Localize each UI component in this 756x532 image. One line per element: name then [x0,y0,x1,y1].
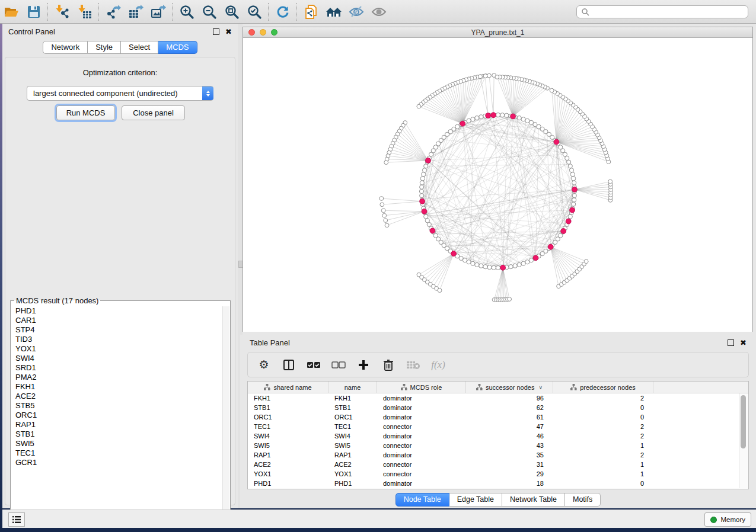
network-node[interactable] [479,264,483,268]
mcds-hub-node[interactable] [500,265,506,270]
network-leaf-node[interactable] [608,180,613,184]
network-node[interactable] [422,168,426,172]
column-header-shared-name[interactable]: shared name [248,382,328,393]
mcds-result-list[interactable]: PHD1CAR1STP4TID3YOX1SWI4SRD1PMA2FKH1ACE2… [11,306,223,517]
run-mcds-button[interactable]: Run MCDS [56,105,115,120]
close-window-icon[interactable] [248,29,255,36]
network-node[interactable] [467,260,471,264]
tab-network-table[interactable]: Network Table [502,493,565,507]
mcds-result-item[interactable]: FKH1 [11,382,223,392]
mcds-result-item[interactable]: RAP1 [11,420,223,430]
network-node[interactable] [462,258,467,262]
mcds-hub-node[interactable] [566,219,571,224]
network-leaf-node[interactable] [508,297,512,302]
network-node[interactable] [569,168,573,172]
network-leaf-node[interactable] [381,209,385,213]
network-leaf-node[interactable] [382,213,387,217]
network-node[interactable] [572,181,576,185]
delete-row-icon[interactable] [381,357,396,373]
mcds-result-item[interactable]: ORC1 [11,411,223,420]
network-leaf-node[interactable] [380,203,384,207]
network-node[interactable] [517,262,521,267]
network-node[interactable] [420,181,424,185]
network-node[interactable] [419,189,423,193]
export-table-icon[interactable] [125,3,147,21]
tab-edge-table[interactable]: Edge Table [449,493,502,507]
mcds-hub-node[interactable] [491,113,496,118]
close-panel-button[interactable]: Close panel [122,105,185,120]
network-node[interactable] [572,202,576,206]
mcds-hub-node[interactable] [533,255,538,261]
network-leaf-node[interactable] [487,73,492,78]
network-leaf-node[interactable] [385,223,389,227]
search-input[interactable] [576,5,748,18]
mcds-result-item[interactable]: SRD1 [11,363,223,373]
table-scrollbar-thumb[interactable] [741,395,746,448]
mcds-result-item[interactable]: PHD1 [11,306,223,316]
mcds-hub-node[interactable] [548,244,553,249]
column-header-successor-nodes[interactable]: successor nodes∨ [466,382,553,393]
mcds-result-item[interactable]: SWI4 [11,354,223,363]
network-node[interactable] [567,160,571,164]
network-node[interactable] [483,265,487,269]
network-node[interactable] [422,172,426,177]
mcds-hub-node[interactable] [420,198,425,204]
mcds-result-item[interactable]: STB5 [11,401,223,411]
export-image-icon[interactable] [147,3,170,21]
network-node[interactable] [517,116,521,120]
mcds-result-item[interactable]: ACE2 [11,392,223,401]
float-table-panel-icon[interactable] [728,339,734,346]
mcds-result-item[interactable]: SWI5 [11,439,223,448]
mcds-result-item[interactable]: TEC1 [11,448,223,458]
mcds-hub-node[interactable] [460,121,465,126]
network-node[interactable] [505,113,509,117]
zoom-out-icon[interactable] [198,3,221,21]
network-graph[interactable] [243,38,752,332]
zoom-fit-icon[interactable] [221,3,243,21]
column-header-MCDS-role[interactable]: MCDS role [377,382,466,393]
mcds-result-item[interactable]: YOX1 [11,344,223,354]
mcds-hub-node[interactable] [554,139,559,145]
network-node[interactable] [521,117,525,121]
maximize-window-icon[interactable] [271,29,277,36]
optimization-criterion-select[interactable]: largest connected component (undirected) [27,86,213,101]
mcds-hub-node[interactable] [572,187,578,192]
add-row-icon[interactable] [356,357,371,373]
mcds-hub-node[interactable] [570,207,575,213]
network-node[interactable] [420,194,424,198]
mcds-result-item[interactable]: PMA2 [11,373,223,382]
network-node[interactable] [572,194,576,198]
mcds-result-item[interactable]: STP4 [11,325,223,335]
mcds-hub-node[interactable] [486,113,491,118]
hide-selected-icon[interactable] [345,3,368,21]
network-node[interactable] [521,261,525,265]
network-node[interactable] [479,115,483,119]
network-node[interactable] [475,116,479,120]
network-node[interactable] [525,260,529,264]
task-history-button[interactable] [8,512,25,527]
network-leaf-node[interactable] [417,104,421,108]
network-node[interactable] [420,177,425,181]
table-row[interactable]: STB1STB1dominator620 [248,403,748,412]
network-node[interactable] [496,265,500,270]
mcds-hub-node[interactable] [426,158,431,164]
network-node[interactable] [525,118,529,123]
import-table-icon[interactable] [74,3,96,21]
mcds-list-scrollbar[interactable] [222,306,229,517]
tab-mcds[interactable]: MCDS [158,41,197,54]
export-network-icon[interactable] [102,3,125,21]
network-node[interactable] [513,264,517,268]
mcds-hub-node[interactable] [451,251,457,257]
network-node[interactable] [425,219,429,223]
network-leaf-node[interactable] [479,75,483,79]
table-row[interactable]: PHD1PHD1dominator180 [248,479,748,488]
table-row[interactable]: YOX1YOX1connector291 [248,469,748,479]
refresh-icon[interactable] [272,3,294,21]
table-row[interactable]: ORC1ORC1dominator610 [248,412,748,422]
network-leaf-node[interactable] [550,88,554,92]
column-header-predecessor-nodes[interactable]: predecessor nodes [553,382,653,393]
network-leaf-node[interactable] [483,74,487,78]
network-node[interactable] [424,214,428,219]
tab-motifs[interactable]: Motifs [565,493,601,507]
show-columns-icon[interactable] [281,357,296,373]
